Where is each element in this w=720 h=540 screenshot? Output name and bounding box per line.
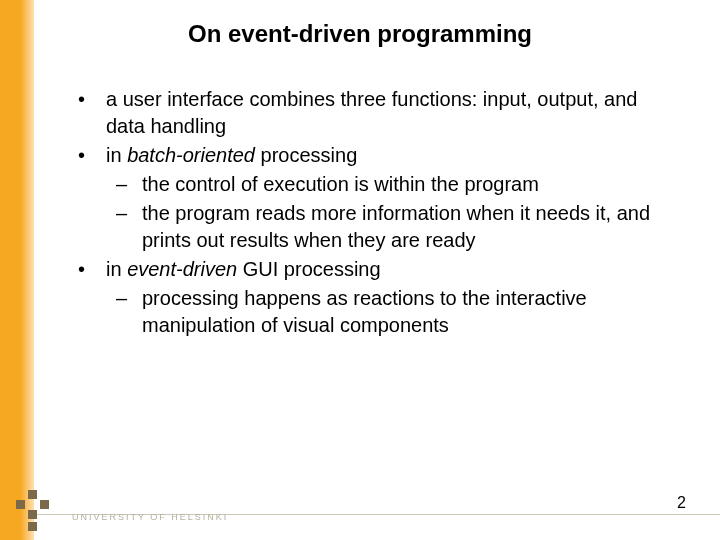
text: GUI processing xyxy=(237,258,380,280)
slide-content: On event-driven programming a user inter… xyxy=(70,20,680,341)
list-item: the program reads more information when … xyxy=(70,200,680,254)
text: in xyxy=(106,144,127,166)
list-item: a user interface combines three function… xyxy=(70,86,680,140)
list-item: in event-driven GUI processing xyxy=(70,256,680,283)
text: in xyxy=(106,258,127,280)
list-item: the control of execution is within the p… xyxy=(70,171,680,198)
text-emphasis: batch-oriented xyxy=(127,144,255,166)
university-logo-icon xyxy=(10,488,62,532)
slide-title: On event-driven programming xyxy=(40,20,680,48)
page-number: 2 xyxy=(677,494,686,512)
bullet-list: a user interface combines three function… xyxy=(70,86,680,339)
university-name: UNIVERSITY OF HELSINKI xyxy=(72,512,228,522)
list-item: processing happens as reactions to the i… xyxy=(70,285,680,339)
text-emphasis: event-driven xyxy=(127,258,237,280)
slide-footer: UNIVERSITY OF HELSINKI 2 xyxy=(0,492,720,540)
list-item: in batch-oriented processing xyxy=(70,142,680,169)
text: processing xyxy=(255,144,357,166)
left-accent-stripe xyxy=(0,0,34,540)
